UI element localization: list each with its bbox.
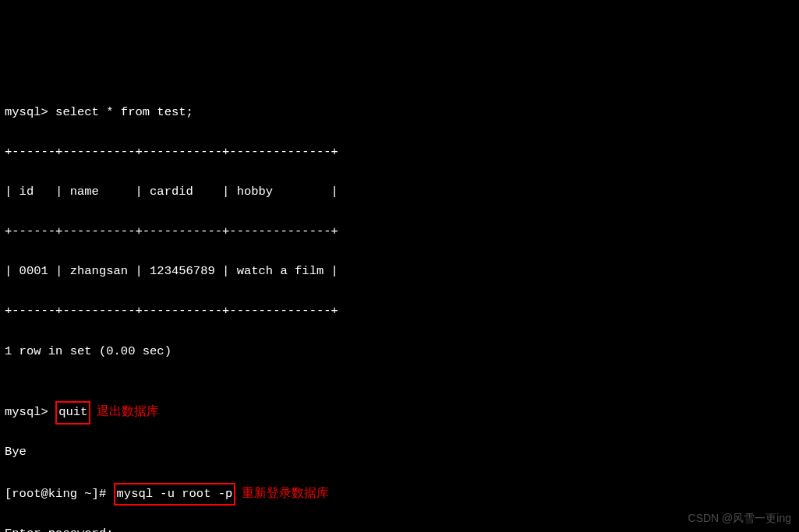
watermark-text: CSDN @风雪一更ing <box>688 509 791 527</box>
shell-prompt: [root@king ~]# <box>5 487 114 501</box>
table-border: +------+----------+-----------+---------… <box>5 301 794 322</box>
table-border: +------+----------+-----------+---------… <box>5 222 794 242</box>
quit-line: mysql> quit退出数据库 <box>5 401 794 423</box>
result-summary: 1 row in set (0.00 sec) <box>5 342 794 362</box>
table-border: +------+----------+-----------+---------… <box>5 143 794 163</box>
sql-select-line: mysql> select * from test; <box>5 103 794 123</box>
quit-annotation: 退出数据库 <box>97 404 159 417</box>
quit-command-box: quit <box>55 401 90 425</box>
login-line: [root@king ~]# mysql -u root -p重新登录数据库 <box>5 483 794 505</box>
mysql-login-box: mysql -u root -p <box>114 483 236 506</box>
password-prompt: Enter password: <box>5 524 794 532</box>
login-annotation: 重新登录数据库 <box>242 486 329 499</box>
table-row: | 0001 | zhangsan | 123456789 | watch a … <box>5 262 794 282</box>
table-header: | id | name | cardid | hobby | <box>5 182 794 203</box>
mysql-prompt: mysql> <box>5 405 55 419</box>
terminal-output: mysql> select * from test; +------+-----… <box>5 83 794 532</box>
bye-line: Bye <box>5 442 794 463</box>
